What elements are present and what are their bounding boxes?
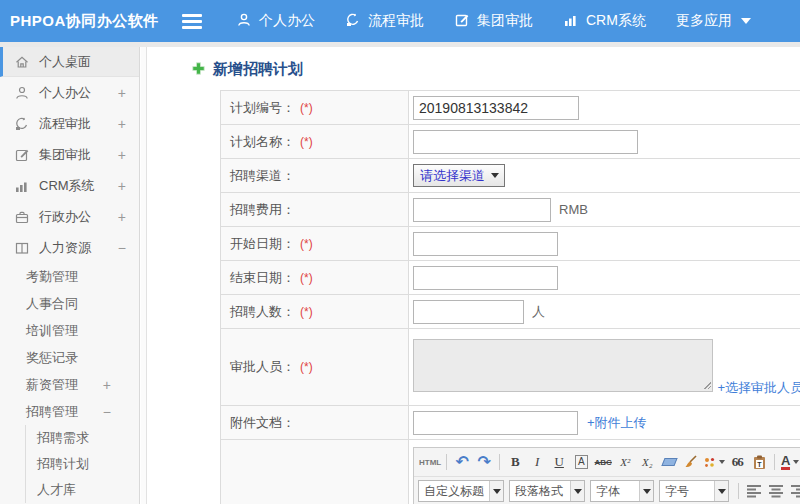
expand-icon[interactable]: + (118, 147, 126, 163)
field-label: 招聘渠道： (221, 159, 409, 193)
menu-item-group-approval[interactable]: 集团审批 (454, 12, 533, 31)
form-row-attachment: 附件文档： +附件上传 (221, 406, 800, 440)
expand-icon[interactable]: + (118, 178, 126, 194)
undo-button[interactable]: ↶ (452, 452, 472, 472)
editor-toolbar-row2: 自定义标题 段落格式 字体 字号 (414, 477, 800, 504)
blockquote-button[interactable]: 66 (727, 452, 747, 472)
source-code-button[interactable]: HTML (419, 452, 441, 472)
menu-item-personal-office[interactable]: 个人办公 (236, 12, 315, 31)
cost-input[interactable] (413, 198, 551, 222)
sidebar-item-recruit-management[interactable]: 招聘管理 − (0, 398, 139, 425)
required-marker: (*) (300, 305, 313, 319)
font-size-select[interactable]: 字号 (659, 480, 729, 502)
expand-icon[interactable]: + (118, 116, 126, 132)
field-label: 计划名称：(*) (221, 125, 409, 159)
align-center-button[interactable] (766, 481, 786, 501)
form-row-plan-number: 计划编号：(*) (221, 91, 800, 125)
required-marker: (*) (300, 101, 313, 115)
align-center-icon (768, 484, 784, 498)
subscript-button[interactable]: X₂ (637, 452, 657, 472)
sidebar-item-hr-contract[interactable]: 人事合同 (0, 290, 139, 317)
eraser-button[interactable] (659, 452, 679, 472)
sidebar-item-recruit-demand[interactable]: 招聘需求 (26, 425, 139, 451)
sidebar-item-admin-office[interactable]: 行政办公 + (0, 201, 139, 232)
align-right-button[interactable] (788, 481, 800, 501)
bold-button[interactable]: B (505, 452, 525, 472)
field-label: 结束日期：(*) (221, 261, 409, 295)
field-label: 计划编号：(*) (221, 91, 409, 125)
underline-button[interactable]: U (549, 452, 569, 472)
collapse-icon[interactable]: − (103, 404, 111, 420)
font-color-button[interactable]: A (780, 452, 800, 472)
sidebar-item-talent-pool[interactable]: 人才库 (26, 477, 139, 503)
required-marker: (*) (300, 271, 313, 285)
channel-select[interactable]: 请选择渠道 (413, 164, 505, 187)
required-marker: (*) (300, 360, 313, 374)
caret-down-icon (718, 489, 726, 494)
expand-icon[interactable]: + (103, 377, 111, 393)
headcount-input[interactable] (413, 300, 524, 324)
sidebar-item-personal-office[interactable]: 个人办公 + (0, 77, 139, 108)
eraser-icon (661, 458, 677, 466)
people-unit: 人 (532, 304, 545, 319)
plan-number-input[interactable] (413, 96, 579, 120)
sidebar-scrollbar[interactable] (141, 47, 147, 504)
sidebar-item-process-approval[interactable]: 流程审批 + (0, 108, 139, 139)
sidebar-item-attendance[interactable]: 考勤管理 (0, 263, 139, 290)
field-label: 附件文档： (221, 406, 409, 440)
custom-heading-select[interactable]: 自定义标题 (418, 480, 504, 502)
svg-text:T: T (757, 460, 762, 467)
expand-icon[interactable]: + (118, 85, 126, 101)
select-approvers-link[interactable]: +选择审批人员 (717, 379, 800, 397)
sidebar-item-salary[interactable]: 薪资管理 + (0, 371, 139, 398)
attachment-input[interactable] (413, 411, 578, 435)
sidebar-item-rewards[interactable]: 奖惩记录 (0, 344, 139, 371)
sidebar-item-human-resources[interactable]: 人力资源 − (0, 232, 139, 263)
sidebar-item-training[interactable]: 培训管理 (0, 317, 139, 344)
redo-button[interactable]: ↷ (474, 452, 494, 472)
italic-button[interactable]: I (527, 452, 547, 472)
start-date-input[interactable] (413, 232, 558, 256)
expand-icon[interactable]: + (118, 209, 126, 225)
sidebar-item-crm-system[interactable]: CRM系统 + (0, 170, 139, 201)
color-palette-button[interactable] (703, 452, 725, 472)
hamburger-menu-icon[interactable] (182, 11, 202, 32)
form-row-approvers: 审批人员：(*) +选择审批人员 (221, 329, 800, 406)
form-row-plan-name: 计划名称：(*) (221, 125, 800, 159)
menu-item-more-apps[interactable]: 更多应用 (676, 12, 751, 30)
field-label: 招聘人数：(*) (221, 295, 409, 329)
sidebar-item-group-approval[interactable]: 集团审批 + (0, 139, 139, 170)
superscript-button[interactable]: X² (615, 452, 635, 472)
caret-down-icon (741, 18, 751, 24)
menu-item-crm-system[interactable]: CRM系统 (563, 12, 646, 31)
sidebar-item-personal-desktop[interactable]: 个人桌面 (0, 47, 139, 77)
end-date-input[interactable] (413, 266, 558, 290)
align-right-icon (790, 484, 800, 498)
plan-name-input[interactable] (413, 130, 638, 154)
editor-row-label-cell (221, 440, 409, 504)
attachment-upload-link[interactable]: +附件上传 (587, 415, 647, 430)
strikethrough-button[interactable]: ABC (593, 452, 613, 472)
paste-as-text-button[interactable]: T (749, 452, 769, 472)
approvers-textarea[interactable] (413, 339, 713, 392)
collapse-icon[interactable]: − (118, 240, 126, 256)
font-family-select[interactable]: 字体 (590, 480, 654, 502)
paragraph-format-select[interactable]: 段落格式 (509, 480, 585, 502)
sidebar-item-recruit-plan[interactable]: 招聘计划 (26, 451, 139, 477)
add-icon (192, 61, 205, 78)
font-style-button[interactable]: A (571, 452, 591, 472)
top-navigation-bar: PHPOA协同办公软件 个人办公 流程审批 集团审批 CRM系统 更多应用 (0, 0, 800, 42)
format-brush-button[interactable] (681, 452, 701, 472)
app-logo: PHPOA协同办公软件 (0, 12, 182, 31)
menu-item-process-approval[interactable]: 流程审批 (345, 12, 424, 31)
caret-down-icon (574, 489, 582, 494)
top-menu: 个人办公 流程审批 集团审批 CRM系统 更多应用 (236, 12, 781, 31)
brush-icon (684, 455, 698, 469)
sidebar-navigation: 个人桌面 个人办公 + 流程审批 + 集团审批 + CRM系统 + 行政办公 +… (0, 47, 140, 504)
edit-icon (14, 147, 30, 163)
currency-unit: RMB (559, 202, 588, 217)
form-row-cost: 招聘费用： RMB (221, 193, 800, 227)
align-left-button[interactable] (744, 481, 764, 501)
recruit-plan-form: 计划编号：(*) 计划名称：(*) 招聘渠道： 请选择渠道 招聘费用： RMB … (220, 90, 800, 504)
book-icon (14, 240, 30, 256)
